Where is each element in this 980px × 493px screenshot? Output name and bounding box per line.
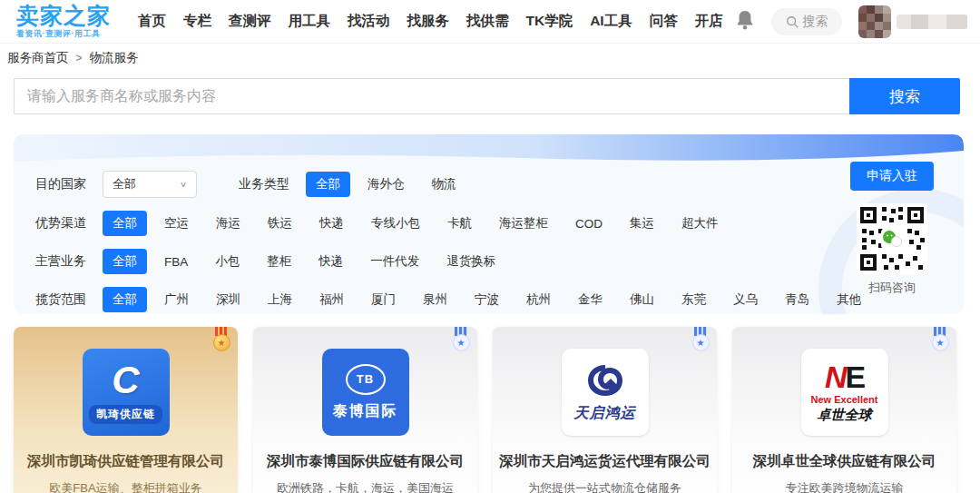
company-desc: 为您提供一站式物流仓储服务 — [493, 480, 717, 493]
company-logo: 天启鸿运 — [562, 349, 649, 436]
channel-chip[interactable]: 卡航 — [437, 211, 482, 236]
main-business-chip[interactable]: 小包 — [205, 249, 250, 274]
main-business-chip[interactable]: 一件代发 — [360, 249, 429, 274]
apply-settle-button[interactable]: 申请入驻 — [850, 162, 934, 191]
logo-glyph: TB — [346, 364, 386, 395]
business-type-chips: 全部 海外仓 物流 — [306, 172, 466, 197]
company-logo: C 凯琦供应链 — [83, 349, 170, 436]
company-desc: 欧美FBA运输、整柜拼箱业务 — [14, 480, 238, 493]
channel-chip[interactable]: 专线小包 — [361, 211, 430, 236]
pickup-range-label: 揽货范围 — [35, 291, 86, 308]
site-logo[interactable]: 卖家之家 看资讯·查测评·用工具 — [16, 5, 111, 38]
business-type-chip-logistics[interactable]: 物流 — [422, 172, 466, 197]
pickup-chip[interactable]: 全部 — [103, 287, 147, 312]
channel-chip[interactable]: 海运 — [206, 211, 250, 236]
channel-chip[interactable]: 海运整柜 — [489, 211, 558, 236]
pickup-chip[interactable]: 金华 — [568, 287, 612, 312]
nav-item-qa[interactable]: 问答 — [650, 12, 678, 31]
channel-chip[interactable]: 空运 — [154, 211, 199, 236]
company-name: 深圳市凯琦供应链管理有限公司 — [14, 452, 238, 471]
nav-item-reviews[interactable]: 查测评 — [229, 12, 271, 31]
nav-item-tools[interactable]: 用工具 — [289, 12, 331, 31]
business-type-chip-overseas-warehouse[interactable]: 海外仓 — [358, 172, 415, 197]
business-type-label: 业务类型 — [239, 176, 289, 192]
pickup-range-chips: 全部 广州 深圳 上海 福州 厦门 泉州 宁波 杭州 金华 佛山 东莞 义乌 青… — [103, 287, 871, 312]
provider-card[interactable]: ★ 天启鸿运 深圳市天启鸿运货运代理有限公司 为您提供一站式物流仓储服务 — [493, 327, 717, 493]
business-type-chip-all[interactable]: 全部 — [306, 172, 350, 197]
provider-search-button[interactable]: 搜索 — [849, 78, 960, 114]
breadcrumb-root[interactable]: 服务商首页 — [7, 50, 69, 66]
notification-bell-icon[interactable] — [735, 9, 755, 35]
user-account[interactable] — [858, 5, 967, 38]
qr-caption: 扫码咨询 — [842, 280, 942, 296]
pickup-chip[interactable]: 义乌 — [723, 287, 768, 312]
nav-item-activities[interactable]: 找活动 — [348, 12, 390, 31]
logo-subtext: New Excellent — [811, 394, 878, 405]
filter-row-channel: 优势渠道 全部 空运 海运 铁运 快递 专线小包 卡航 海运整柜 COD 集运 … — [35, 211, 964, 236]
main-business-chip[interactable]: 快递 — [309, 249, 353, 274]
channel-chip[interactable]: COD — [565, 212, 612, 235]
pickup-chip[interactable]: 深圳 — [206, 287, 250, 312]
pickup-chip[interactable]: 佛山 — [620, 287, 664, 312]
pickup-chip[interactable]: 杭州 — [516, 287, 561, 312]
provider-search-input[interactable] — [14, 78, 849, 114]
blue-medal-icon: ★ — [691, 327, 710, 358]
main-business-chip[interactable]: FBA — [154, 251, 198, 273]
pickup-chip[interactable]: 青岛 — [775, 287, 819, 312]
nav-item-home[interactable]: 首页 — [138, 12, 166, 31]
company-name: 深圳市天启鸿运货运代理有限公司 — [493, 452, 717, 471]
channel-filter-label: 优势渠道 — [35, 215, 86, 232]
company-desc: 专注欧美跨境物流运输 — [732, 480, 956, 493]
wechat-qr-code — [857, 203, 927, 274]
site-logo-title: 卖家之家 — [16, 5, 111, 27]
main-business-chips: 全部 FBA 小包 整柜 快递 一件代发 退货换标 — [103, 249, 505, 274]
channel-chip[interactable]: 全部 — [103, 211, 147, 236]
main-business-chip[interactable]: 全部 — [103, 249, 147, 274]
blue-medal-icon: ★ — [452, 327, 470, 358]
nav-item-open-store[interactable]: 开店 — [695, 12, 723, 31]
logo-text: 泰博国际 — [333, 402, 398, 421]
pickup-chip[interactable]: 福州 — [309, 287, 354, 312]
pickup-chip[interactable]: 宁波 — [465, 287, 509, 312]
filter-panel: 目的国家 全部 ∨ 业务类型 全部 海外仓 物流 优势渠道 全部 空运 海运 铁… — [14, 134, 964, 314]
breadcrumb: 服务商首页 > 物流服务 — [0, 44, 980, 73]
breadcrumb-current: 物流服务 — [90, 50, 139, 66]
channel-chip[interactable]: 超大件 — [671, 211, 729, 236]
main-business-label: 主营业务 — [35, 253, 86, 270]
provider-card[interactable]: ★ NE New Excellent 卓世全球 深圳卓世全球供应链有限公司 专注… — [732, 327, 956, 493]
header-mini-search[interactable]: 搜索 — [771, 8, 842, 35]
channel-chip[interactable]: 快递 — [309, 211, 354, 236]
site-logo-tagline: 看资讯·查测评·用工具 — [16, 30, 111, 38]
nav-item-ai-tools[interactable]: AI工具 — [590, 12, 632, 31]
main-business-chip[interactable]: 退货换标 — [436, 249, 505, 274]
pickup-chip[interactable]: 东莞 — [671, 287, 716, 312]
pickup-chip[interactable]: 上海 — [258, 287, 302, 312]
avatar — [858, 5, 891, 38]
nav-item-supply-demand[interactable]: 找供需 — [466, 12, 509, 31]
logo-glyph: C — [112, 361, 139, 399]
logo-text: 卓世全球 — [818, 407, 872, 424]
logo-text: 凯琦供应链 — [89, 405, 162, 424]
pickup-chip[interactable]: 广州 — [154, 287, 199, 312]
search-icon — [786, 15, 799, 28]
main-nav: 首页 专栏 查测评 用工具 找活动 找服务 找供需 TK学院 AI工具 问答 开… — [138, 12, 723, 31]
channel-chip[interactable]: 集运 — [620, 211, 664, 236]
provider-card[interactable]: ★ C 凯琦供应链 深圳市凯琦供应链管理有限公司 欧美FBA运输、整柜拼箱业务 — [14, 327, 238, 493]
channel-chip[interactable]: 铁运 — [258, 211, 302, 236]
nav-item-columns[interactable]: 专栏 — [183, 12, 211, 31]
provider-card-list: ★ C 凯琦供应链 深圳市凯琦供应链管理有限公司 欧美FBA运输、整柜拼箱业务 … — [14, 327, 964, 493]
pickup-chip[interactable]: 厦门 — [361, 287, 406, 312]
gold-medal-icon: ★ — [212, 327, 230, 358]
mini-search-label: 搜索 — [803, 14, 828, 30]
country-select[interactable]: 全部 ∨ — [103, 171, 197, 198]
top-header: 卖家之家 看资讯·查测评·用工具 首页 专栏 查测评 用工具 找活动 找服务 找… — [0, 0, 980, 44]
company-desc: 欧洲铁路，卡航，海运，美国海运 — [253, 480, 477, 493]
country-filter-label: 目的国家 — [35, 176, 86, 192]
nav-item-services[interactable]: 找服务 — [407, 12, 450, 31]
pickup-chip[interactable]: 泉州 — [413, 287, 457, 312]
provider-card[interactable]: ★ TB 泰博国际 深圳市泰博国际供应链有限公司 欧洲铁路，卡航，海运，美国海运 — [253, 327, 477, 493]
logo-glyph-n: N — [825, 360, 846, 394]
filter-row-main-business: 主营业务 全部 FBA 小包 整柜 快递 一件代发 退货换标 — [35, 249, 964, 274]
nav-item-tk-academy[interactable]: TK学院 — [526, 12, 573, 31]
main-business-chip[interactable]: 整柜 — [257, 249, 301, 274]
